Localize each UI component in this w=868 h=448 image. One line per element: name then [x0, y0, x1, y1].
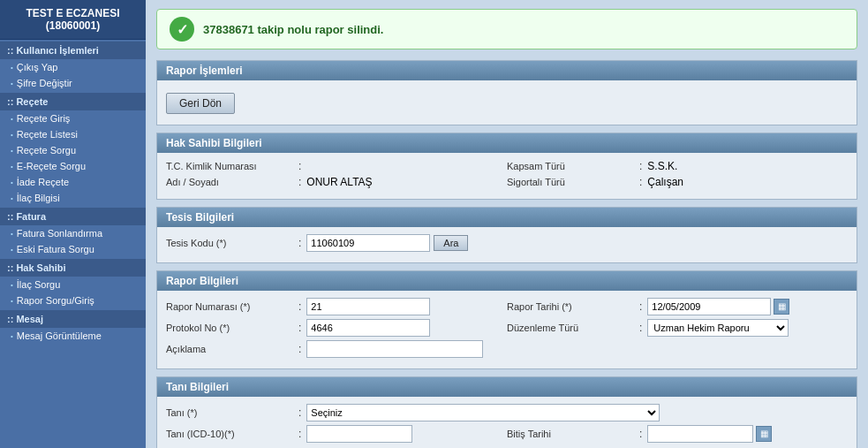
success-icon: ✓	[170, 17, 194, 42]
kapsam-col-right: Kapsam Türü : S.S.K.	[507, 160, 848, 172]
rapor-numara-colon: :	[298, 300, 301, 313]
rapor-numara-label: Rapor Numarası (*)	[166, 301, 298, 312]
geri-don-button[interactable]: Geri Dön	[166, 93, 235, 114]
sidebar-item-iade-recete[interactable]: • İade Reçete	[0, 174, 146, 190]
sigortali-col-right: Sigortalı Türü : Çalışan	[507, 176, 848, 188]
rapor-islemleri-box: Rapor İşlemleri Geri Dön	[156, 60, 857, 125]
sidebar-item-recete-listesi[interactable]: • Reçete Listesi	[0, 126, 146, 142]
success-message: 37838671 takip nolu rapor silindi.	[203, 23, 383, 36]
rapor-numara-input[interactable]	[306, 298, 430, 315]
icd-label: Tanı (ICD-10)(*)	[166, 429, 298, 439]
bullet-icon: •	[11, 194, 13, 202]
sidebar-item-label: Mesaj Görüntüleme	[17, 330, 102, 341]
tesis-kodu-label: Tesis Kodu (*)	[166, 238, 298, 248]
sidebar-pharmacy-name: TEST E ECZANESI	[26, 7, 119, 19]
sidebar-section-hak-sahibi: :: Hak Sahibi	[0, 259, 146, 277]
aciklama-label: Açıklama	[166, 344, 298, 354]
sidebar-section-recete: :: Reçete	[0, 93, 146, 110]
sidebar-item-label: Reçete Giriş	[17, 113, 71, 124]
bitis-input[interactable]	[647, 425, 753, 443]
tesis-kodu-col: Tesis Kodu (*) : Ara	[166, 234, 848, 252]
protokol-input[interactable]	[306, 319, 430, 337]
bullet-icon: •	[11, 64, 13, 72]
sidebar-item-sifre[interactable]: • Şifre Değiştir	[0, 75, 146, 91]
bitis-label: Bitiş Tarihi	[507, 429, 639, 439]
protokol-colon: :	[298, 322, 301, 334]
sidebar-item-ilac-bilgisi[interactable]: • İlaç Bilgisi	[0, 190, 146, 206]
sidebar-item-label: Reçete Sorgu	[17, 145, 76, 156]
duzenleme-label: Düzenleme Türü	[507, 323, 639, 333]
icd-input[interactable]	[306, 425, 412, 443]
sidebar-item-label: Şifre Değiştir	[17, 78, 72, 88]
hak-sahibi-box: Hak Sahibi Bilgileri T.C. Kimlik Numaras…	[156, 133, 857, 200]
bitis-colon: :	[639, 428, 642, 440]
sidebar-item-eski-fatura-sorgu[interactable]: • Eski Fatura Sorgu	[0, 241, 146, 257]
tc-row: T.C. Kimlik Numarası : Kapsam Türü : S.S…	[166, 160, 848, 172]
sidebar-item-label: İade Reçete	[17, 177, 69, 187]
rapor-islemleri-content: Geri Dön	[157, 80, 857, 125]
bullet-icon: •	[11, 115, 13, 123]
sigortali-value: Çalışan	[647, 176, 683, 188]
sidebar-item-cikis[interactable]: • Çıkış Yap	[0, 59, 146, 75]
duzenleme-colon: :	[639, 322, 642, 334]
main-content: ✓ 37838671 takip nolu rapor silindi. Rap…	[146, 0, 868, 448]
tani-box: Tanı Bilgileri Tanı (*) : Seçiniz Tanı (…	[156, 376, 857, 448]
duzenleme-select[interactable]: Uzman Hekim Raporu	[647, 319, 789, 337]
calendar-icon[interactable]: ▦	[774, 299, 789, 315]
icd-colon: :	[298, 428, 301, 440]
aciklama-input[interactable]	[306, 340, 483, 358]
sidebar-item-label: E-Reçete Sorgu	[17, 161, 86, 171]
sidebar-item-recete-giris[interactable]: • Reçete Giriş	[0, 110, 146, 126]
bitis-col: Bitiş Tarihi : ▦	[507, 425, 848, 443]
aciklama-colon: :	[298, 343, 301, 355]
rapor-no-col: Rapor Numarası (*) :	[166, 298, 507, 315]
bitis-calendar-icon[interactable]: ▦	[756, 426, 772, 442]
tani-colon: :	[298, 406, 301, 419]
bullet-icon: •	[11, 297, 13, 305]
tani-row: Tanı (*) : Seçiniz	[166, 404, 848, 421]
rapor-no-row: Rapor Numarası (*) : Rapor Tarihi (*) : …	[166, 298, 848, 315]
ad-colon: :	[298, 176, 301, 188]
kapsam-colon: :	[639, 160, 642, 172]
tc-label: T.C. Kimlik Numarası	[166, 161, 298, 171]
sidebar-item-label: Fatura Sonlandırma	[17, 228, 102, 239]
sidebar-item-recete-sorgu[interactable]: • Reçete Sorgu	[0, 142, 146, 158]
bullet-icon: •	[11, 281, 13, 289]
bullet-icon: •	[11, 80, 13, 87]
sidebar-item-label: Rapor Sorgu/Giriş	[17, 295, 94, 306]
sidebar: TEST E ECZANESI (18060001) :: Kullanıcı …	[0, 0, 146, 448]
kapsam-label: Kapsam Türü	[507, 161, 639, 171]
success-banner: ✓ 37838671 takip nolu rapor silindi.	[156, 9, 857, 49]
ad-row: Adı / Soyadı : ONUR ALTAŞ Sigortalı Türü…	[166, 176, 848, 188]
sidebar-pharmacy-code: (18060001)	[46, 19, 100, 32]
tani-content: Tanı (*) : Seçiniz Tanı (ICD-10)(*) : Bi…	[157, 397, 857, 448]
tc-col-left: T.C. Kimlik Numarası :	[166, 160, 507, 172]
hak-sahibi-title: Hak Sahibi Bilgileri	[157, 133, 857, 153]
tesis-kodu-row: Tesis Kodu (*) : Ara	[166, 234, 848, 252]
sidebar-item-rapor-sorgu[interactable]: • Rapor Sorgu/Giriş	[0, 292, 146, 308]
sigortali-colon: :	[639, 176, 642, 188]
sidebar-item-mesaj-goruntuleme[interactable]: • Mesaj Görüntüleme	[0, 328, 146, 344]
bullet-icon: •	[11, 147, 13, 155]
sidebar-item-erecete-sorgu[interactable]: • E-Reçete Sorgu	[0, 158, 146, 174]
ara-button[interactable]: Ara	[434, 235, 468, 251]
rapor-bilgileri-box: Rapor Bilgileri Rapor Numarası (*) : Rap…	[156, 270, 857, 369]
tani-select[interactable]: Seçiniz	[306, 404, 660, 421]
bullet-icon: •	[11, 230, 13, 238]
protokol-label: Protokol No (*)	[166, 323, 298, 333]
tani-label: Tanı (*)	[166, 407, 298, 418]
bullet-icon: •	[11, 332, 13, 340]
tesis-kodu-input[interactable]	[306, 234, 430, 252]
sidebar-item-ilac-sorgu[interactable]: • İlaç Sorgu	[0, 277, 146, 292]
tesis-kodu-colon: :	[298, 237, 301, 249]
sigortali-label: Sigortalı Türü	[507, 177, 639, 187]
sidebar-item-label: Reçete Listesi	[17, 129, 78, 140]
tc-colon: :	[298, 160, 301, 172]
bullet-icon: •	[11, 163, 13, 171]
aciklama-col: Açıklama :	[166, 340, 848, 358]
rapor-tarih-input[interactable]	[647, 298, 771, 315]
rapor-bilgileri-content: Rapor Numarası (*) : Rapor Tarihi (*) : …	[157, 291, 857, 368]
icd-row: Tanı (ICD-10)(*) : Bitiş Tarihi : ▦	[166, 425, 848, 443]
sidebar-item-fatura-sonlandirma[interactable]: • Fatura Sonlandırma	[0, 225, 146, 241]
rapor-bilgileri-title: Rapor Bilgileri	[157, 271, 857, 291]
